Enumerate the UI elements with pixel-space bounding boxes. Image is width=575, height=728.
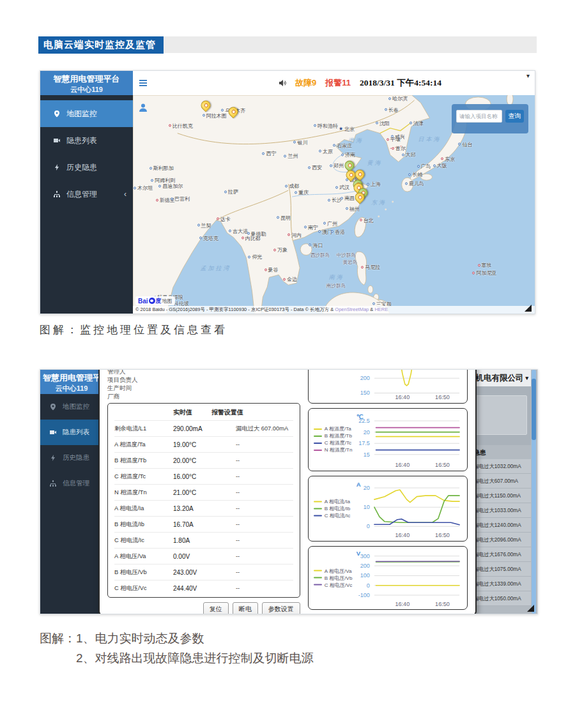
map-city-label: 平壤 [387,136,401,143]
sidebar-item-map-monitor[interactable]: 地图监控 [40,100,133,127]
map-city-label: 香港 [331,228,345,235]
svg-text:100: 100 [360,572,369,579]
sidebar-item-info-management[interactable]: 信息管理 [40,471,100,496]
svg-text:16:50: 16:50 [435,531,450,538]
baidu-logo-du: 度 [156,297,162,305]
col-alarm-setting: 报警设置值 [211,408,293,417]
app-title: 智慧用电管理平台 [43,372,100,384]
panel-resize-handle[interactable] [527,605,534,612]
control-buttons: 复位 断电 参数设置 [107,602,300,614]
reset-button[interactable]: 复位 [203,602,229,614]
table-row: A 相电压/Va0.00V-- [114,548,293,564]
map-city-label: 哈尔滨 [388,95,408,102]
map-city-label: 河内 [288,231,302,238]
map-city-label: 南沙群岛 [326,283,346,289]
scrollbar-thumb[interactable] [532,379,536,440]
sidebar-item-label: 历史隐患 [66,162,97,173]
sidebar-item-hazard-list[interactable]: 隐患列表 [40,127,133,154]
sea-label: 日本海 [418,135,441,143]
svg-text:16:40: 16:40 [395,600,410,607]
alarm-list-item[interactable]: 漏电过大1075.00mA [472,562,531,577]
svg-text:300: 300 [360,552,369,559]
table-row: 剩余电流/L1290.00mA漏电过大 607.00mA [114,420,293,436]
map-city-label: 广岛 [417,163,431,170]
search-button[interactable]: 查询 [505,110,524,123]
map-city-label: 仰光 [248,254,262,261]
alarm-list-item[interactable]: 漏电过大1050.00mA [472,591,531,606]
map-city-label: 阿姆利则 [151,177,175,184]
table-row: N 相温度/Tn21.00°C-- [114,484,293,500]
sidebar-item-hazard-list[interactable]: 隐患列表 [40,420,100,445]
alarm-list-item[interactable]: 漏电过大1150.00mA [472,489,531,503]
sidebar-item-label: 地图监控 [63,402,89,411]
sea-label: 东海 [371,198,387,206]
info-line: 管理人 [107,369,300,375]
sidebar-item-map-monitor[interactable]: 地图监控 [40,394,100,420]
map-city-label: 阿加尼亚 [472,269,496,277]
sidebar-item-history-hazard[interactable]: 历史隐患 [40,445,100,471]
param-settings-button[interactable]: 参数设置 [262,602,300,614]
power-off-button[interactable]: 断电 [233,602,258,614]
section-title-strip: 电脑云端实时监控及监管 [38,36,537,53]
search-input[interactable] [456,110,502,123]
alarm-list-item[interactable]: 漏电过大1033.00mA [472,503,531,518]
map-city-label: 台北 [360,216,374,224]
map-city-label: 仙台 [458,140,472,148]
scrollbar[interactable] [532,370,536,614]
map-city-label: 济南 [341,151,355,158]
top-header-bar: 故障9 报警11 2018/3/31 下午4:54:14 ▾ [133,71,535,95]
chart-legend: A 相温度/TaB 相温度/TbC 相温度/TcN 相温度/Tn [314,425,353,453]
map-resize-handle[interactable] [525,305,532,312]
alarm-list-item[interactable]: 漏电过大1676.00mA [472,547,531,562]
device-detail-modal: 管理人 项目负责人 生产时间 厂商 实时值 报警设置值 剩余电流/L1290.0… [98,369,477,614]
baidu-logo-text: Bai [138,298,148,305]
menu-collapse-icon[interactable] [139,79,147,87]
map-city-label: 克塔克 [199,234,218,241]
realtime-table: 实时值 报警设置值 剩余电流/L1290.00mA漏电过大 607.00mAA … [107,403,300,598]
map-city-label: 曼谷 [264,266,279,273]
map-city-label: 南昌 [341,195,355,202]
user-location-icon[interactable] [138,103,148,113]
alarm-list-item[interactable]: 漏电过大1240.00mA [472,518,531,533]
detail-modal-screenshot: 智慧用电管理平台 云中心119 地图监控 隐患列表 历史隐患 信息管理 机电有限… [40,369,538,614]
map-city-label: 内比都 [241,234,261,241]
alarm-list-item[interactable]: 漏电过大607.00mA [472,474,531,489]
map-city-label: 沈阳 [376,119,390,126]
svg-text:15: 15 [364,451,370,458]
chart-legend: A 相电压/VaB 相电压/VbC 相电压/Vc [314,567,353,588]
map-city-label: 广州 [323,220,337,227]
alarm-list-item[interactable]: 漏电过大1032.00mA [472,459,531,474]
alarm-list-item[interactable]: 漏电过大1339.00mA [472,577,531,591]
table-row: B 相电压/Vb243.00V-- [114,564,293,580]
section-title: 电脑云端实时监控及监管 [38,36,164,54]
alarm-side-panel: 机电有限公司 ▾ 隐患 漏电过大1032.00mA漏电过大607.00mA漏电过… [472,370,531,614]
baidu-map[interactable]: 阿拉木图比什凯克乌鲁木齐呼和浩特银川太原西宁兰州西安郑州石家庄济南★北京哈尔滨长… [133,95,535,314]
map-city-label: 银川 [293,139,307,146]
company-selector[interactable]: 机电有限公司 ▾ [472,370,531,386]
map-city-label: 上海 [367,181,381,188]
svg-text:150: 150 [360,390,369,396]
sea-label: 孟加拉湾 [201,264,231,272]
detail-caption-line1: 图解：1、电力实时动态及参数 [40,628,314,648]
svg-text:16:50: 16:50 [435,600,450,607]
svg-text:20: 20 [364,485,370,491]
speaker-icon[interactable] [279,79,286,87]
alarm-count[interactable]: 报警11 [325,77,351,89]
chart-plot: 20015016:4016:50 [310,369,466,402]
sidebar-item-label: 地图监控 [66,109,97,119]
sidebar-item-info-management[interactable]: 信息管理 ‹ [40,181,133,208]
svg-text:16:50: 16:50 [435,462,450,468]
sidebar-item-history-hazard[interactable]: 历史隐患 [40,154,133,181]
map-city-label: 鹿儿岛 [405,180,424,187]
info-line: 项目负责人 [107,375,300,384]
map-city-label: 万象 [273,246,288,254]
alarm-list-item[interactable]: 漏电过大2096.00mA [472,533,531,547]
map-city-label: 西宁 [262,150,276,157]
svg-text:V: V [356,550,360,557]
table-row: A 相电流/Ia13.20A-- [114,500,293,516]
fault-count[interactable]: 故障9 [295,77,316,89]
map-city-label: 塞班 [478,262,492,269]
caret-down-icon[interactable]: ▾ [526,72,530,79]
sea-label: 渤海 [348,137,364,145]
caret-down-icon: ▾ [525,375,528,381]
